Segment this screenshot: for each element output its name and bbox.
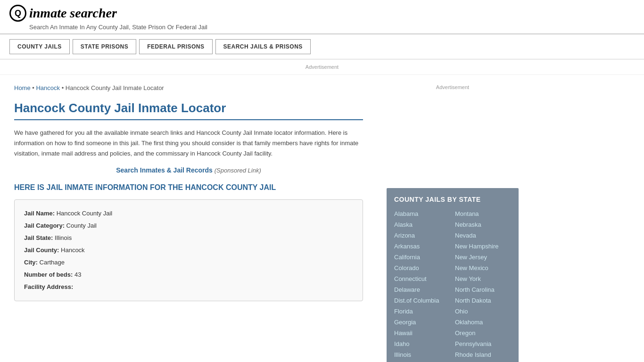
tagline: Search An Inmate In Any County Jail, Sta…: [29, 24, 635, 31]
value-beds: 43: [74, 271, 81, 278]
state-link[interactable]: Nevada: [455, 230, 511, 240]
state-link[interactable]: Pennsylvania: [455, 339, 511, 349]
label-city: City:: [24, 259, 38, 266]
nav-search-jails[interactable]: SEARCH JAILS & PRISONS: [215, 39, 311, 54]
label-jail-county: Jail County:: [24, 247, 59, 254]
field-jail-name: Jail Name: Hancock County Jail: [24, 207, 353, 220]
state-link[interactable]: North Dakota: [455, 296, 511, 305]
label-address: Facility Address:: [24, 283, 73, 290]
state-link[interactable]: Nebraska: [455, 220, 511, 230]
state-link[interactable]: New Hampshire: [455, 241, 511, 251]
value-city: Carthage: [40, 259, 65, 266]
description: We have gathered for you all the availab…: [14, 128, 363, 159]
state-link[interactable]: Hawaii: [394, 328, 450, 338]
ad-banner: Advertisement: [0, 59, 644, 75]
value-jail-name: Hancock County Jail: [57, 210, 113, 217]
state-link[interactable]: Connecticut: [394, 274, 450, 284]
breadcrumb-county[interactable]: Hancock: [36, 84, 60, 91]
logo-icon: Q: [9, 5, 26, 22]
content-area: Home • Hancock • Hancock County Jail Inm…: [0, 75, 377, 362]
county-jails-box: COUNTY JAILS BY STATE AlabamaMontanaAlas…: [387, 188, 519, 362]
value-jail-county: Hancock: [61, 247, 85, 254]
field-jail-category: Jail Category: County Jail: [24, 220, 353, 232]
state-link[interactable]: New York: [455, 274, 511, 284]
state-link[interactable]: Arkansas: [394, 241, 450, 251]
sponsored-link-container: Search Inmates & Jail Records (Sponsored…: [14, 166, 363, 174]
state-link[interactable]: Montana: [455, 209, 511, 219]
field-jail-state: Jail State: Illinois: [24, 232, 353, 244]
sponsored-link[interactable]: Search Inmates & Jail Records: [116, 166, 213, 174]
breadcrumb-sep2: •: [62, 84, 66, 91]
state-link[interactable]: Idaho: [394, 339, 450, 349]
sponsored-label: (Sponsored Link): [215, 167, 261, 174]
state-link[interactable]: Oregon: [455, 328, 511, 338]
logo-text: inmate searcher: [29, 6, 117, 21]
value-jail-category: County Jail: [66, 222, 97, 229]
state-link[interactable]: Alabama: [394, 209, 450, 219]
label-beds: Number of beds:: [24, 271, 73, 278]
state-link[interactable]: Alaska: [394, 220, 450, 230]
label-jail-state: Jail State:: [24, 234, 53, 241]
field-address: Facility Address:: [24, 281, 353, 293]
county-jails-heading: COUNTY JAILS BY STATE: [394, 196, 511, 203]
field-city: City: Carthage: [24, 256, 353, 269]
main-layout: Home • Hancock • Hancock County Jail Inm…: [0, 75, 644, 362]
section-heading: HERE IS JAIL INMATE INFORMATION FOR THE …: [14, 183, 363, 192]
sidebar: Advertisement COUNTY JAILS BY STATE Alab…: [377, 75, 528, 362]
ad-sidebar: Advertisement: [387, 84, 519, 179]
label-jail-name: Jail Name:: [24, 210, 55, 217]
nav-federal-prisons[interactable]: FEDERAL PRISONS: [139, 39, 212, 54]
logo-area: Q inmate searcher: [9, 5, 635, 22]
state-link[interactable]: Arizona: [394, 230, 450, 240]
state-link[interactable]: New Mexico: [455, 263, 511, 273]
field-jail-county: Jail County: Hancock: [24, 244, 353, 256]
nav-bar: COUNTY JAILS STATE PRISONS FEDERAL PRISO…: [0, 34, 644, 59]
label-jail-category: Jail Category:: [24, 222, 65, 229]
state-link[interactable]: Oklahoma: [455, 317, 511, 327]
nav-state-prisons[interactable]: STATE PRISONS: [73, 39, 136, 54]
state-link[interactable]: Delaware: [394, 285, 450, 295]
state-link[interactable]: Rhode Island: [455, 350, 511, 360]
state-link[interactable]: New Jersey: [455, 252, 511, 262]
field-beds: Number of beds: 43: [24, 269, 353, 281]
state-link[interactable]: Florida: [394, 306, 450, 316]
breadcrumb: Home • Hancock • Hancock County Jail Inm…: [14, 84, 363, 91]
state-link[interactable]: Georgia: [394, 317, 450, 327]
value-jail-state: Illinois: [55, 234, 72, 241]
state-link[interactable]: Dist.of Columbia: [394, 296, 450, 305]
state-link[interactable]: Colorado: [394, 263, 450, 273]
state-link[interactable]: North Carolina: [455, 285, 511, 295]
info-card: Jail Name: Hancock County Jail Jail Cate…: [14, 199, 363, 301]
page-title: Hancock County Jail Inmate Locator: [14, 101, 363, 120]
breadcrumb-current: Hancock County Jail Inmate Locator: [66, 84, 164, 91]
state-grid: AlabamaMontanaAlaskaNebraskaArizonaNevad…: [394, 209, 511, 360]
state-link[interactable]: Illinois: [394, 350, 450, 360]
state-link[interactable]: California: [394, 252, 450, 262]
state-link[interactable]: Ohio: [455, 306, 511, 316]
nav-county-jails[interactable]: COUNTY JAILS: [9, 39, 70, 54]
breadcrumb-home[interactable]: Home: [14, 84, 31, 91]
header: Q inmate searcher Search An Inmate In An…: [0, 0, 644, 34]
